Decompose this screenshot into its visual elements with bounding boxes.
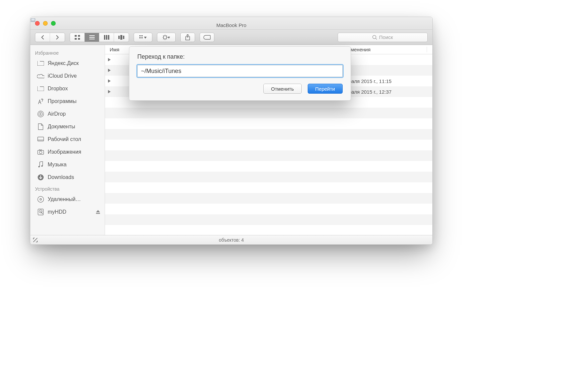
sidebar-item-label: Изображения bbox=[48, 149, 81, 155]
camera-icon bbox=[37, 148, 44, 156]
sidebar-item-desktop[interactable]: Рабочий стол bbox=[30, 133, 105, 146]
svg-rect-5 bbox=[78, 38, 80, 40]
view-list-button[interactable] bbox=[85, 33, 99, 42]
sidebar-item-yandex-disk[interactable]: Яндекс.Диск bbox=[30, 57, 105, 70]
view-columns-button[interactable] bbox=[99, 33, 114, 42]
sidebar-item-icloud[interactable]: iCloud Drive bbox=[30, 70, 105, 82]
svg-rect-38 bbox=[96, 213, 100, 214]
empty-row bbox=[105, 193, 432, 204]
dialog-actions: Отменить Перейти bbox=[137, 84, 343, 94]
laptop-icon bbox=[30, 18, 36, 22]
svg-point-34 bbox=[40, 199, 42, 200]
svg-rect-17 bbox=[139, 37, 141, 38]
go-button-label: Перейти bbox=[315, 86, 335, 92]
nav-back-button[interactable] bbox=[35, 33, 50, 42]
svg-point-19 bbox=[163, 36, 167, 39]
go-to-folder-dialog: Переход к папке: Отменить Перейти bbox=[129, 46, 351, 101]
svg-rect-4 bbox=[75, 38, 77, 40]
window-title-text: MacBook Pro bbox=[216, 22, 246, 28]
eject-icon[interactable] bbox=[96, 210, 100, 214]
nav-forward-button[interactable] bbox=[50, 33, 65, 42]
sidebar-device-myhdd[interactable]: myHDD bbox=[30, 206, 105, 218]
desktop-icon bbox=[37, 136, 44, 143]
svg-rect-29 bbox=[39, 149, 41, 150]
svg-rect-12 bbox=[118, 36, 120, 39]
statusbar-text: объектов: 4 bbox=[219, 237, 244, 243]
sidebar-item-documents[interactable]: Документы bbox=[30, 120, 105, 133]
toolbar-search[interactable]: Поиск bbox=[338, 33, 428, 42]
sidebar-device-remote[interactable]: Удаленный… bbox=[30, 193, 105, 206]
cancel-button[interactable]: Отменить bbox=[263, 84, 302, 94]
sidebar-item-label: Музыка bbox=[48, 162, 67, 168]
svg-rect-7 bbox=[89, 37, 95, 38]
titlebar: MacBook Pro bbox=[30, 17, 432, 30]
share-button[interactable] bbox=[180, 33, 195, 42]
view-mode-segment bbox=[70, 33, 129, 42]
sidebar-item-apps[interactable]: Программы bbox=[30, 95, 105, 108]
toolbar: Поиск bbox=[30, 30, 432, 45]
empty-row bbox=[105, 129, 432, 140]
dialog-label: Переход к папке: bbox=[137, 53, 343, 60]
folder-icon bbox=[37, 60, 44, 67]
svg-rect-25 bbox=[38, 137, 44, 141]
disc-icon bbox=[37, 196, 44, 203]
disclosure-triangle-icon[interactable] bbox=[105, 90, 114, 93]
empty-row bbox=[105, 161, 432, 172]
sidebar-item-dropbox[interactable]: Dropbox bbox=[30, 82, 105, 95]
document-icon bbox=[37, 123, 44, 130]
sidebar-item-label: iCloud Drive bbox=[48, 73, 77, 79]
sidebar-item-label: Dropbox bbox=[48, 86, 68, 92]
folder-icon bbox=[37, 85, 44, 92]
window-body: Избранное Яндекс.Диск iCloud Drive Dropb… bbox=[30, 45, 432, 235]
cloud-icon bbox=[37, 72, 44, 80]
view-coverflow-button[interactable] bbox=[114, 33, 129, 42]
svg-point-31 bbox=[41, 165, 43, 167]
empty-row bbox=[105, 140, 432, 150]
sidebar-item-airdrop[interactable]: AirDrop bbox=[30, 108, 105, 120]
sidebar-item-pictures[interactable]: Изображения bbox=[30, 146, 105, 158]
empty-row bbox=[105, 225, 432, 235]
action-menu-button[interactable] bbox=[157, 33, 176, 42]
svg-rect-6 bbox=[89, 35, 95, 36]
svg-rect-18 bbox=[141, 37, 143, 38]
sidebar-item-label: Downloads bbox=[48, 174, 74, 180]
svg-rect-10 bbox=[106, 35, 107, 40]
disclosure-triangle-icon[interactable] bbox=[105, 69, 114, 72]
sidebar-item-label: Удаленный… bbox=[48, 196, 81, 202]
go-to-folder-input[interactable] bbox=[137, 65, 343, 77]
airdrop-icon bbox=[37, 110, 44, 118]
svg-rect-9 bbox=[104, 35, 105, 40]
downloads-icon bbox=[37, 174, 44, 181]
tags-button[interactable] bbox=[200, 33, 214, 42]
cancel-button-label: Отменить bbox=[271, 86, 294, 92]
empty-row bbox=[105, 108, 432, 118]
disclosure-triangle-icon[interactable] bbox=[105, 79, 114, 83]
empty-row bbox=[105, 150, 432, 161]
sidebar-item-music[interactable]: Музыка bbox=[30, 158, 105, 171]
svg-rect-13 bbox=[120, 35, 122, 40]
sidebar: Избранное Яндекс.Диск iCloud Drive Dropb… bbox=[30, 45, 105, 235]
music-icon bbox=[37, 161, 44, 168]
window-title: MacBook Pro bbox=[30, 18, 432, 28]
view-icons-button[interactable] bbox=[70, 33, 85, 42]
applications-icon bbox=[37, 98, 44, 105]
hdd-icon bbox=[37, 208, 44, 216]
go-button[interactable]: Перейти bbox=[308, 84, 343, 94]
sidebar-item-label: myHDD bbox=[48, 209, 66, 215]
svg-rect-1 bbox=[30, 21, 36, 22]
sidebar-item-label: Документы bbox=[48, 124, 75, 130]
disclosure-triangle-icon[interactable] bbox=[105, 58, 114, 61]
svg-rect-15 bbox=[139, 35, 141, 36]
sidebar-item-label: Программы bbox=[48, 98, 76, 104]
svg-point-21 bbox=[373, 35, 376, 39]
empty-row bbox=[105, 204, 432, 214]
svg-rect-8 bbox=[89, 39, 95, 39]
path-button-icon[interactable] bbox=[33, 238, 38, 242]
search-placeholder: Поиск bbox=[379, 34, 393, 40]
svg-point-24 bbox=[40, 113, 41, 115]
svg-rect-14 bbox=[123, 36, 124, 39]
svg-rect-0 bbox=[31, 18, 35, 21]
sidebar-devices-label: Устройства bbox=[30, 184, 105, 193]
arrange-menu-button[interactable] bbox=[134, 33, 152, 42]
sidebar-item-downloads[interactable]: Downloads bbox=[30, 171, 105, 184]
